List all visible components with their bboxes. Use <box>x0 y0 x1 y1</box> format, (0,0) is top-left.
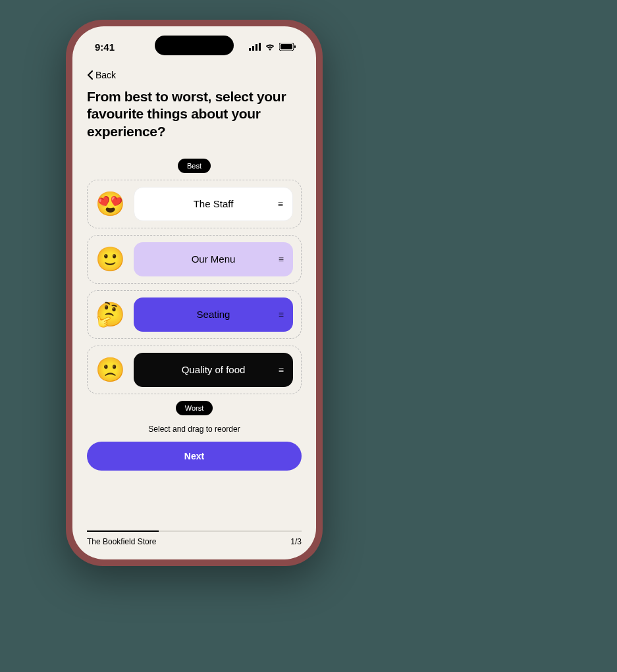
rank-list: 😍 The Staff ≡ 🙂 Our Menu ≡ <box>87 180 302 394</box>
svg-rect-6 <box>294 45 296 48</box>
drag-handle-icon[interactable]: ≡ <box>279 254 284 265</box>
svg-rect-0 <box>249 48 251 51</box>
store-name: The Bookfield Store <box>87 537 156 546</box>
dynamic-island <box>155 36 234 55</box>
back-label: Back <box>95 70 116 80</box>
smile-emoji-icon: 🙂 <box>95 247 124 271</box>
chip-label: Seating <box>197 309 230 320</box>
drag-handle-icon[interactable]: ≡ <box>278 199 283 209</box>
chevron-left-icon <box>87 70 93 80</box>
wifi-icon <box>265 43 275 51</box>
drag-handle-icon[interactable]: ≡ <box>279 309 284 320</box>
status-icons <box>249 43 296 51</box>
page-indicator: 1/3 <box>290 537 302 546</box>
rank-slot[interactable]: 😍 The Staff ≡ <box>87 180 302 228</box>
chip-label: Our Menu <box>192 253 236 265</box>
survey-footer: The Bookfield Store 1/3 <box>72 530 316 559</box>
rank-slot[interactable]: 🤔 Seating ≡ <box>87 290 302 339</box>
svg-rect-1 <box>252 46 254 51</box>
rank-chip[interactable]: Our Menu ≡ <box>134 242 293 276</box>
status-time: 9:41 <box>95 41 115 53</box>
thinking-emoji-icon: 🤔 <box>95 303 124 326</box>
drag-handle-icon[interactable]: ≡ <box>279 365 284 375</box>
rank-slot[interactable]: 🙁 Quality of food ≡ <box>87 346 302 394</box>
phone-screen: 9:41 Bac <box>72 26 316 559</box>
svg-rect-5 <box>281 44 292 49</box>
best-label: Best <box>178 159 211 173</box>
frown-emoji-icon: 🙁 <box>95 358 124 382</box>
worst-label: Worst <box>176 401 213 415</box>
next-button[interactable]: Next <box>87 442 302 471</box>
svg-rect-2 <box>255 44 257 51</box>
svg-rect-3 <box>259 43 261 51</box>
chip-label: The Staff <box>194 198 234 209</box>
rank-chip[interactable]: Seating ≡ <box>134 297 293 332</box>
rank-chip[interactable]: The Staff ≡ <box>134 187 293 221</box>
cellular-icon <box>249 43 261 51</box>
survey-question: From best to worst, select your favourit… <box>87 88 302 140</box>
progress-fill <box>87 530 159 532</box>
battery-icon <box>279 43 296 51</box>
phone-frame: 9:41 Bac <box>66 20 323 566</box>
back-button[interactable]: Back <box>87 66 116 88</box>
heart-eyes-emoji-icon: 😍 <box>95 192 124 216</box>
progress-bar <box>87 530 302 532</box>
rank-slot[interactable]: 🙂 Our Menu ≡ <box>87 235 302 284</box>
rank-chip[interactable]: Quality of food ≡ <box>134 353 293 387</box>
drag-hint: Select and drag to reorder <box>87 425 302 434</box>
chip-label: Quality of food <box>182 364 246 375</box>
